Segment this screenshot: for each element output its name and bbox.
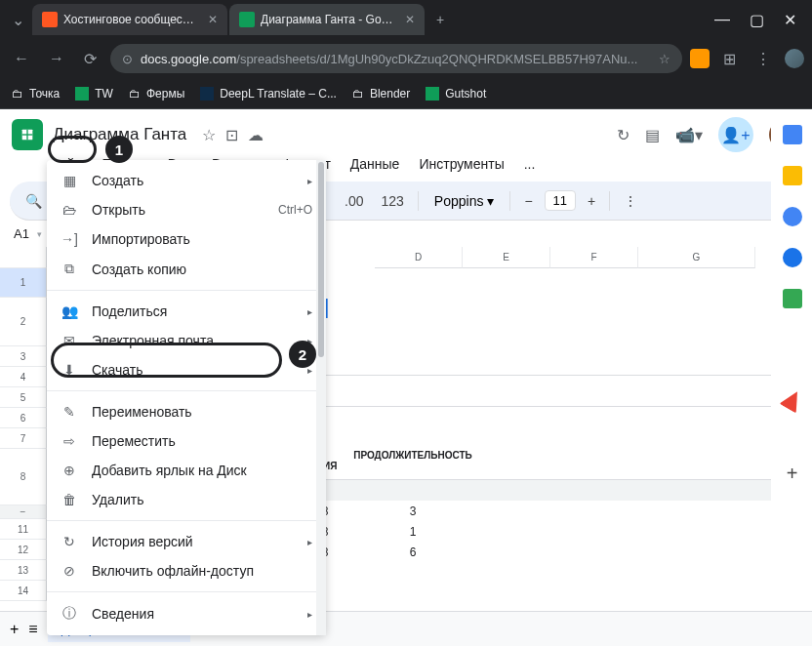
comments-icon[interactable]: ▤ <box>645 126 660 144</box>
close-icon[interactable]: ✕ <box>208 13 218 26</box>
bookmark-item[interactable]: 🗀Точка <box>12 87 60 101</box>
trash-icon: 🗑 <box>61 492 78 507</box>
offline-icon: ⊘ <box>61 563 78 579</box>
menu-separator <box>47 290 326 291</box>
row-header[interactable]: 3 <box>0 346 47 367</box>
col-header[interactable]: E <box>463 247 550 268</box>
contacts-icon[interactable] <box>783 248 802 267</box>
font-size-decrease[interactable]: − <box>518 189 538 213</box>
close-window-icon[interactable]: ✕ <box>784 11 796 29</box>
col-header[interactable]: G <box>638 247 755 268</box>
row-header[interactable]: 14 <box>0 581 47 601</box>
menu-separator <box>47 591 326 592</box>
sheets-logo-icon[interactable] <box>12 119 43 150</box>
menu-item-open[interactable]: 🗁ОткрытьCtrl+O <box>47 195 326 224</box>
menu-tools[interactable]: Инструменты <box>411 152 511 176</box>
sheets-icon <box>75 87 89 101</box>
tab-favicon <box>239 12 255 27</box>
row-header[interactable]: 4 <box>0 367 47 387</box>
cloud-status-icon[interactable]: ☁ <box>248 126 264 144</box>
search-menus-icon[interactable]: 🔍 <box>20 189 48 213</box>
addon-icon[interactable] <box>779 386 805 413</box>
toolbar-more-icon[interactable]: ⋮ <box>618 189 643 213</box>
row-header[interactable]: 11 <box>0 519 47 540</box>
extension-icon[interactable] <box>690 49 710 68</box>
menu-item-copy[interactable]: ⧉Создать копию <box>47 254 326 284</box>
col-header[interactable]: D <box>375 247 463 268</box>
row-header[interactable]: 7 <box>0 428 47 449</box>
bookmark-item[interactable]: TW <box>75 87 113 101</box>
browser-menu-icon[interactable]: ⋮ <box>750 46 777 72</box>
row-header[interactable]: 13 <box>0 560 47 581</box>
add-sheet-icon[interactable]: + <box>10 621 19 638</box>
info-icon: ⓘ <box>61 605 78 623</box>
bookmark-item[interactable]: Gutshot <box>426 87 486 101</box>
row-header[interactable]: 12 <box>0 540 47 560</box>
menu-data[interactable]: Данные <box>343 152 408 176</box>
font-selector[interactable]: Poppins ▾ <box>426 189 503 213</box>
folder-icon: 🗀 <box>129 87 141 101</box>
chevron-down-icon: ▾ <box>487 193 494 209</box>
profile-avatar[interactable] <box>785 49 804 68</box>
star-icon[interactable]: ☆ <box>202 126 216 144</box>
calendar-icon[interactable] <box>783 125 802 144</box>
extensions-icon[interactable]: ⊞ <box>717 46 742 72</box>
maps-icon[interactable] <box>783 289 802 308</box>
reload-button[interactable]: ⟳ <box>78 46 102 72</box>
address-bar: ← → ⟳ ⊙ docs.google.com/spreadsheets/d/1… <box>0 39 812 78</box>
format-123[interactable]: 123 <box>375 189 409 213</box>
minimize-icon[interactable]: — <box>714 11 730 29</box>
browser-tab[interactable]: Хостинговое сообщество «Tim ✕ <box>32 4 227 35</box>
all-sheets-icon[interactable]: ≡ <box>28 621 37 638</box>
menu-item-import[interactable]: →]Импортировать <box>47 224 326 254</box>
menu-item-move[interactable]: ⇨Переместить <box>47 426 326 456</box>
row-group-toggle[interactable]: − <box>0 505 47 519</box>
meet-icon[interactable]: 📹▾ <box>675 126 703 144</box>
tasks-icon[interactable] <box>783 207 802 226</box>
menu-item-details[interactable]: ⓘСведения▸ <box>47 598 326 629</box>
submenu-arrow-icon: ▸ <box>307 537 312 547</box>
menu-item-offline[interactable]: ⊘Включить офлайн-доступ <box>47 556 326 585</box>
star-icon[interactable]: ☆ <box>659 52 670 66</box>
share-button[interactable]: 👤+ <box>718 117 753 152</box>
row-header[interactable]: 1 <box>0 268 47 298</box>
menu-item-delete[interactable]: 🗑Удалить <box>47 485 326 514</box>
select-all-cell[interactable] <box>0 247 47 268</box>
menu-item-new[interactable]: ▦Создать▸ <box>47 166 326 195</box>
bookmark-item[interactable]: DeepL Translate – C... <box>200 87 337 101</box>
tab-list-chevron[interactable]: ⌄ <box>4 11 32 29</box>
font-size-input[interactable]: 11 <box>545 190 576 211</box>
copy-icon: ⧉ <box>61 261 78 277</box>
new-tab-button[interactable]: + <box>426 12 454 27</box>
maximize-icon[interactable]: ▢ <box>750 11 764 29</box>
import-icon: →] <box>61 231 78 247</box>
url-input[interactable]: ⊙ docs.google.com/spreadsheets/d/1MgUh90… <box>110 44 682 73</box>
site-info-icon[interactable]: ⊙ <box>122 52 133 66</box>
menu-item-version-history[interactable]: ↻История версий▸ <box>47 527 326 556</box>
row-header[interactable]: 8 <box>0 449 47 505</box>
bookmarks-bar: 🗀Точка TW 🗀Фермы DeepL Translate – C... … <box>0 78 812 109</box>
menu-more[interactable]: ... <box>516 152 544 176</box>
row-header[interactable]: 5 <box>0 387 47 408</box>
number-format[interactable]: .00 <box>339 189 369 213</box>
bookmark-item[interactable]: 🗀Фермы <box>129 87 184 101</box>
bookmark-item[interactable]: 🗀Blender <box>352 87 410 101</box>
share-icon: 👥 <box>61 303 78 319</box>
menu-item-share[interactable]: 👥Поделиться▸ <box>47 297 326 326</box>
back-button[interactable]: ← <box>8 46 35 71</box>
history-icon[interactable]: ↻ <box>617 126 629 144</box>
menu-item-add-shortcut[interactable]: ⊕Добавить ярлык на Диск <box>47 456 326 485</box>
close-icon[interactable]: ✕ <box>405 13 415 26</box>
row-header[interactable]: 2 <box>0 298 47 346</box>
row-header[interactable]: 6 <box>0 408 47 428</box>
keep-icon[interactable] <box>783 166 802 185</box>
browser-tab-active[interactable]: Диаграмма Ганта - Google Таб ✕ <box>229 4 425 35</box>
annotation-ring-1 <box>48 136 97 163</box>
browser-tab-strip: ⌄ Хостинговое сообщество «Tim ✕ Диаграмм… <box>0 0 812 39</box>
col-header[interactable]: F <box>550 247 638 268</box>
font-size-increase[interactable]: + <box>582 189 601 213</box>
move-icon[interactable]: ⊡ <box>225 126 238 144</box>
add-addon-icon[interactable]: + <box>787 463 798 485</box>
forward-button[interactable]: → <box>43 46 70 71</box>
menu-item-rename[interactable]: ✎Переименовать <box>47 397 326 426</box>
